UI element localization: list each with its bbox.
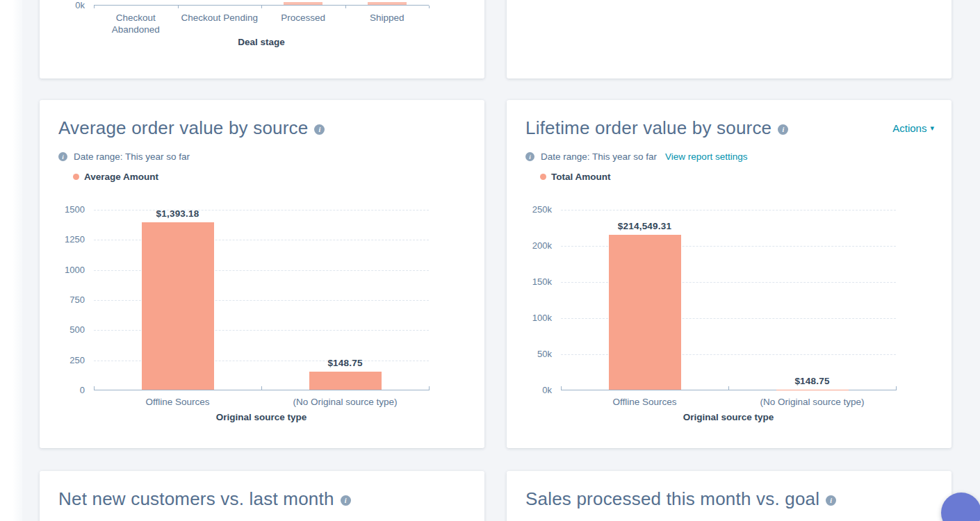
report-card-average-order-value: Average order value by source i i Date r… xyxy=(40,100,484,448)
bar-chart-plot: 1500125010007505002500$1,393.18Offline S… xyxy=(94,210,429,390)
info-icon[interactable]: i xyxy=(314,124,325,135)
report-title: Average order value by source xyxy=(58,118,308,138)
bar-value-label: $1,393.18 xyxy=(156,208,199,219)
y-tick-label: 150k xyxy=(532,276,552,288)
bar-value-label: $148.75 xyxy=(794,376,829,386)
y-tick-label: 100k xyxy=(532,313,552,324)
bar-value-label: $148.75 xyxy=(327,358,362,368)
y-tick-label: 250k xyxy=(532,204,552,215)
page-left-gutter xyxy=(0,0,22,521)
info-icon[interactable]: i xyxy=(525,152,534,161)
axis-tick xyxy=(261,6,262,8)
bar[interactable] xyxy=(609,235,681,390)
gridline xyxy=(94,210,429,210)
view-report-settings-link[interactable]: View report settings xyxy=(665,151,747,162)
legend-dot-icon xyxy=(73,174,79,180)
legend-label: Average Amount xyxy=(84,172,158,182)
bar[interactable] xyxy=(309,372,382,390)
deal-stage-chart: 0k Checkout Abandoned Checkout Pending P… xyxy=(94,0,429,6)
legend-item[interactable]: Total Amount xyxy=(540,172,610,182)
axis-tick xyxy=(345,6,346,8)
legend-label: Total Amount xyxy=(551,172,610,182)
date-range-label: Date range: This year so far xyxy=(74,151,190,162)
y-tick-label: 200k xyxy=(532,240,552,251)
report-card-lifetime-order-value: Lifetime order value by source i Actions… xyxy=(507,100,952,448)
chevron-down-icon: ▾ xyxy=(930,124,934,133)
y-tick-label: 750 xyxy=(70,295,85,306)
axis-tick xyxy=(94,386,95,390)
info-icon[interactable]: i xyxy=(826,495,836,506)
x-category-label: Checkout Abandoned xyxy=(93,13,178,36)
axis-tick xyxy=(896,386,897,390)
date-range-label: Date range: This year so far xyxy=(541,151,657,162)
bar-chart-plot: 250k200k150k100k50k0k$214,549.31Offline … xyxy=(561,210,896,390)
axis-tick xyxy=(728,386,729,390)
report-card-top-right xyxy=(507,0,952,78)
x-category-label: Offline Sources xyxy=(145,397,209,407)
bar[interactable] xyxy=(284,2,322,5)
axis-tick xyxy=(178,6,179,8)
report-title: Sales processed this month vs. goal xyxy=(525,489,819,509)
x-category-label: Checkout Pending xyxy=(177,13,262,24)
report-title: Lifetime order value by source xyxy=(525,118,771,138)
actions-label: Actions xyxy=(892,122,926,134)
info-icon[interactable]: i xyxy=(58,152,67,161)
bar[interactable] xyxy=(368,2,407,5)
legend-dot-icon xyxy=(540,174,546,180)
report-card-deal-stage: 0k Checkout Abandoned Checkout Pending P… xyxy=(40,0,484,78)
axis-tick xyxy=(429,386,430,390)
bar[interactable] xyxy=(142,222,214,390)
bar-value-label: $214,549.31 xyxy=(618,221,671,231)
report-card-sales-processed: Sales processed this month vs. goal i xyxy=(507,471,952,521)
report-card-net-new-customers: Net new customers vs. last month i xyxy=(40,471,484,521)
x-axis-title: Deal stage xyxy=(238,37,285,47)
y-tick-label: 1000 xyxy=(65,265,85,276)
x-category-label: Shipped xyxy=(345,13,430,24)
y-tick-label: 500 xyxy=(70,324,85,336)
y-tick-label: 1250 xyxy=(65,234,85,245)
actions-dropdown[interactable]: Actions▾ xyxy=(892,122,934,134)
y-tick-label: 1500 xyxy=(65,204,85,215)
x-category-label: (No Original source type) xyxy=(760,397,864,407)
info-icon[interactable]: i xyxy=(778,124,788,135)
axis-tick xyxy=(429,6,430,8)
axis-tick xyxy=(561,386,562,390)
x-category-label: Processed xyxy=(261,13,345,24)
gridline xyxy=(561,210,896,210)
legend-item[interactable]: Average Amount xyxy=(73,172,158,182)
info-icon[interactable]: i xyxy=(341,495,351,506)
y-tick-label: 0k xyxy=(75,0,85,10)
x-axis-title: Original source type xyxy=(216,412,307,422)
report-title: Net new customers vs. last month xyxy=(58,489,334,509)
y-tick-label: 50k xyxy=(537,349,552,360)
axis-tick xyxy=(94,6,95,8)
y-tick-label: 250 xyxy=(70,355,85,366)
x-category-label: (No Original source type) xyxy=(293,397,397,407)
x-axis-title: Original source type xyxy=(683,412,774,422)
axis-tick xyxy=(261,386,262,390)
y-tick-label: 0k xyxy=(542,385,552,396)
x-category-label: Offline Sources xyxy=(612,397,676,407)
y-tick-label: 0 xyxy=(80,385,85,396)
